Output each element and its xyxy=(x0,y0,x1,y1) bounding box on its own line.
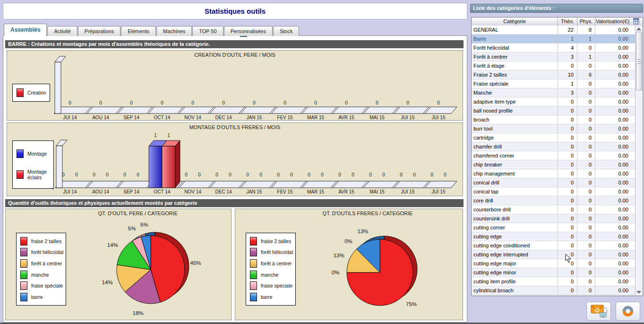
cell-category: Forêt à centrer xyxy=(472,53,558,61)
table-row-foret-a-centrer[interactable]: Forêt à centrer310.00 xyxy=(472,53,636,61)
ring-button[interactable] xyxy=(616,302,640,321)
cell-phys: 0 xyxy=(577,259,595,268)
pie-pct-label: 14% xyxy=(102,280,112,285)
cell-valorisation: 0.00 xyxy=(595,79,636,88)
table-row-counterbore-drill[interactable]: counterbore drill000.00 xyxy=(472,205,636,214)
table-row-fraise-speciale[interactable]: Fraise spéciale100.00 xyxy=(472,79,636,88)
tab-machines[interactable]: Machines xyxy=(156,26,192,36)
svg-text:0: 0 xyxy=(338,172,341,177)
svg-text:0: 0 xyxy=(444,172,447,177)
tab-assembles[interactable]: Assemblés xyxy=(4,24,47,36)
legend-label: forêt hélicoïdal xyxy=(27,249,63,255)
cell-phys: 0 xyxy=(577,178,595,187)
cell-phys: 6 xyxy=(577,70,595,79)
tab-personnalisees[interactable]: Personnalisées xyxy=(224,26,273,36)
cell-phys: 0 xyxy=(577,250,595,259)
cell-valorisation: 0.00 xyxy=(595,70,636,79)
bar-value-label: 1 xyxy=(154,133,157,138)
table-row-cutting-corner[interactable]: cutting corner000.00 xyxy=(472,223,636,232)
legend-item-fraise-speciale: fraise spéciale xyxy=(246,281,295,290)
cell-phys: 8 xyxy=(577,26,595,34)
cell-phys: 0 xyxy=(577,268,595,277)
table-row-core-drill[interactable]: core drill000.00 xyxy=(472,196,636,205)
categories-table-body: GENERAL2280.00Barre110.00Forêt hélicoïda… xyxy=(472,26,636,296)
table-row-general[interactable]: GENERAL2280.00 xyxy=(472,26,636,35)
column-chooser-icon[interactable] xyxy=(630,18,643,26)
cell-category: Barre xyxy=(472,35,558,43)
chart-title: QT. D'OUTIL PERE / CATEGORIE xyxy=(98,210,178,216)
table-row-conical-tap[interactable]: conical tap000.00 xyxy=(472,187,636,196)
svg-text:0: 0 xyxy=(406,100,409,105)
cell-valorisation: 0.00 xyxy=(595,232,636,241)
table-row-countersink-drill[interactable]: countersink drill000.00 xyxy=(472,214,636,223)
table-row-cutting-edge-conditioned[interactable]: cutting edge conditioned000.00 xyxy=(472,241,636,250)
pie-pct-label: 5% xyxy=(140,222,148,228)
table-row-broach[interactable]: broach000.00 xyxy=(472,115,636,124)
legend-swatch-icon xyxy=(20,281,27,290)
table-row-cutting-edge-major[interactable]: cutting edge major000.00 xyxy=(472,259,636,268)
legend-label: forêt hélicoïdal xyxy=(257,249,293,255)
cell-theo: 1 xyxy=(558,35,577,43)
tab-stock[interactable]: Stock xyxy=(273,26,300,36)
table-row-foret-helicoidal[interactable]: Forêt hélicoïdal400.00 xyxy=(472,44,636,53)
column-header-valorisation[interactable]: Valorisation(€) xyxy=(595,18,630,26)
table-scrollbar[interactable] xyxy=(635,26,642,296)
svg-text:0: 0 xyxy=(198,172,201,177)
table-row-cartridge[interactable]: cartridge000.00 xyxy=(472,133,636,142)
cell-phys: 1 xyxy=(577,53,595,61)
table-row-ball-nosed-profile[interactable]: ball nosed profile000.00 xyxy=(472,106,636,115)
cell-category: cutting edge interrupted xyxy=(472,250,558,259)
legend-swatch-icon xyxy=(20,237,27,245)
legend-item-foret-a-centrer: forêt à centrer xyxy=(17,259,66,268)
x-tick-label: JUI 15 xyxy=(401,115,415,120)
tab-top-50[interactable]: TOP 50 xyxy=(192,26,223,36)
table-row-chamfered-corner[interactable]: chamfered corner000.00 xyxy=(472,151,636,160)
table-row-barre[interactable]: Barre110.00 xyxy=(472,35,636,44)
table-row-burr-tool[interactable]: burr tool000.00 xyxy=(472,124,636,133)
cell-category: chamfer drill xyxy=(472,142,558,151)
chart-title: CREATION D'OUTIL PERE / MOIS xyxy=(194,52,275,58)
table-row-cylindrical-tool-item[interactable]: cylindrical tool item000.00 xyxy=(472,295,636,296)
table-row-cutting-edge[interactable]: cutting edge000.00 xyxy=(472,232,636,241)
table-row-cutting-edge-interrupted[interactable]: cutting edge interrupted000.00 xyxy=(472,250,636,259)
categories-table-header: CatégorieThéo.Phys.Valorisation(€) xyxy=(472,18,643,26)
scrollbar-down-icon[interactable] xyxy=(636,291,641,294)
tab-activite[interactable]: Activité xyxy=(47,26,77,36)
table-row-conical-drill[interactable]: conical drill000.00 xyxy=(472,178,636,187)
legend-item-fraise-2-tailles: fraise 2 tailles xyxy=(17,237,66,245)
tab-elements[interactable]: Eléments xyxy=(121,26,156,36)
column-header-theo[interactable]: Théo. xyxy=(558,18,577,26)
scrollbar-up-icon[interactable] xyxy=(636,27,641,30)
table-row-chip-management[interactable]: chip management000.00 xyxy=(472,169,636,178)
table-row-chip-breaker[interactable]: chip breaker000.00 xyxy=(472,160,636,169)
ring-icon xyxy=(616,302,640,320)
table-row-cylindrical-broach[interactable]: cylindrical broach000.00 xyxy=(472,286,636,295)
table-row-manche[interactable]: Manche300.00 xyxy=(472,88,636,97)
cell-theo: 0 xyxy=(558,295,577,296)
legend-swatch-icon xyxy=(20,248,27,256)
cell-category: cylindrical broach xyxy=(472,286,558,295)
svg-text:0: 0 xyxy=(382,172,385,177)
pie-pere-panel: QT. D'OUTIL PERE / CATEGORIE45%18%14%14%… xyxy=(5,209,232,320)
svg-text:0: 0 xyxy=(191,100,194,105)
table-row-fraise-2-tailles[interactable]: Fraise 2 tailles1060.00 xyxy=(472,70,636,79)
legend-swatch-icon xyxy=(250,259,257,268)
table-row-chamfer-drill[interactable]: chamfer drill000.00 xyxy=(472,142,636,151)
legend-label: fraise spéciale xyxy=(257,283,292,289)
table-row-foret-a-etage[interactable]: Forêt à étage000.00 xyxy=(472,61,636,70)
table-row-cutting-edge-minor[interactable]: cutting edge minor000.00 xyxy=(472,268,636,277)
cell-theo: 1 xyxy=(558,79,577,88)
cell-phys: 0 xyxy=(577,88,595,97)
column-header-categorie[interactable]: Catégorie xyxy=(472,18,558,26)
x-tick-label: AVR 15 xyxy=(338,115,354,120)
table-row-cutting-item-profile[interactable]: cutting item profile000.00 xyxy=(472,277,636,286)
legend-label: Création xyxy=(24,90,46,96)
cell-theo: 0 xyxy=(558,115,577,124)
column-header-phys[interactable]: Phys. xyxy=(577,18,595,26)
tab-preparations[interactable]: Préparations xyxy=(78,26,120,36)
x-tick-label: JUI 14 xyxy=(63,115,77,120)
legend-swatch-icon xyxy=(250,237,257,245)
email-button[interactable]: @ xyxy=(586,302,611,321)
table-row-adaptive-item-type[interactable]: adaptive item type000.00 xyxy=(472,97,636,106)
scrollbar-thumb[interactable] xyxy=(636,32,642,90)
